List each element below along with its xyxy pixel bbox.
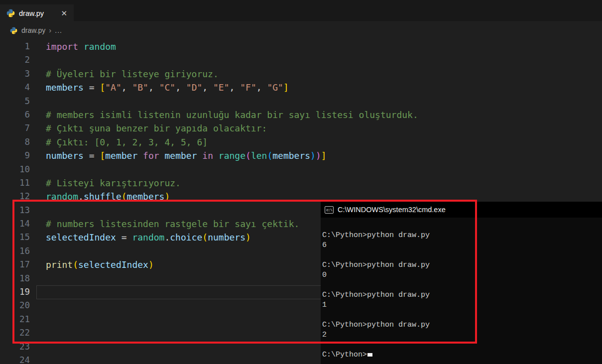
line-number[interactable]: 14 (0, 217, 30, 231)
line-number[interactable]: 23 (0, 340, 30, 354)
chevron-right-icon: › (49, 26, 51, 34)
line-number[interactable]: 3 (0, 67, 30, 81)
code-text (30, 354, 46, 364)
tab-bar: draw.py ✕ (0, 0, 602, 22)
terminal-cursor (367, 353, 372, 357)
line-number[interactable]: 5 (0, 95, 30, 108)
breadcrumb-symbol-ellipsis[interactable]: ... (55, 26, 62, 34)
breadcrumb: draw.py › ... (0, 22, 602, 38)
terminal-line: C:\Python> (322, 350, 602, 360)
code-text (30, 299, 46, 312)
terminal-line: C:\Python>python draw.py (322, 320, 602, 330)
code-text: random.shuffle(members) (30, 190, 170, 203)
code-line[interactable]: 6# members isimli listenin uzunluğu kada… (0, 108, 602, 121)
code-text (30, 313, 46, 326)
code-text (30, 204, 46, 217)
line-number[interactable]: 13 (0, 204, 30, 217)
line-number[interactable]: 10 (0, 163, 30, 176)
close-icon[interactable]: ✕ (59, 8, 69, 18)
line-number[interactable]: 7 (0, 121, 30, 135)
cmd-titlebar[interactable]: c:\ C:\WINDOWS\system32\cmd.exe (321, 202, 602, 218)
code-text: # Çıktı: [0, 1, 2, 3, 4, 5, 6] (30, 135, 208, 149)
terminal-line: C:\Python>python draw.py (322, 290, 602, 300)
line-number[interactable]: 17 (0, 258, 30, 271)
code-line[interactable]: 11# Listeyi karıştırıyoruz. (0, 176, 602, 190)
line-number[interactable]: 20 (0, 299, 30, 312)
code-text: # numbers listesinden rastgele bir sayı … (30, 217, 299, 231)
code-text: # Çıktı şuna benzer bir yapıda olacaktır… (30, 121, 267, 135)
tab-draw-py[interactable]: draw.py ✕ (0, 4, 74, 22)
code-text: import random (30, 40, 116, 53)
line-number[interactable]: 21 (0, 313, 30, 326)
tab-label: draw.py (19, 9, 44, 17)
cmd-title: C:\WINDOWS\system32\cmd.exe (338, 206, 446, 214)
cmd-window[interactable]: c:\ C:\WINDOWS\system32\cmd.exe C:\Pytho… (321, 202, 602, 364)
line-number[interactable]: 16 (0, 244, 30, 258)
line-number[interactable]: 6 (0, 108, 30, 121)
line-number[interactable]: 11 (0, 176, 30, 190)
cmd-icon: c:\ (325, 206, 334, 214)
code-text (30, 244, 46, 258)
code-text: numbers = [member for member in range(le… (30, 149, 327, 162)
code-line[interactable]: 9numbers = [member for member in range(l… (0, 149, 602, 162)
vscode-window: draw.py ✕ draw.py › ... 1import random23… (0, 0, 602, 364)
terminal-line (322, 221, 602, 231)
code-text (30, 272, 46, 285)
code-text: selectedIndex = random.choice(numbers) (30, 231, 251, 244)
terminal-line (322, 250, 602, 260)
line-number[interactable]: 24 (0, 354, 30, 364)
code-text: # Üyeleri bir listeye giriyoruz. (30, 67, 219, 81)
code-line[interactable]: 3# Üyeleri bir listeye giriyoruz. (0, 67, 602, 81)
code-text (30, 163, 46, 176)
terminal-line: 0 (322, 270, 602, 280)
code-line[interactable]: 5 (0, 95, 602, 108)
line-number[interactable]: 2 (0, 53, 30, 67)
line-number[interactable]: 18 (0, 272, 30, 285)
line-number[interactable]: 1 (0, 40, 30, 53)
code-text (30, 285, 46, 299)
code-line[interactable]: 8# Çıktı: [0, 1, 2, 3, 4, 5, 6] (0, 135, 602, 149)
terminal-line (322, 340, 602, 350)
code-line[interactable]: 10 (0, 163, 602, 176)
line-number[interactable]: 8 (0, 135, 30, 149)
code-text: members = ["A", "B", "C", "D", "E", "F",… (30, 81, 289, 94)
code-line[interactable]: 7# Çıktı şuna benzer bir yapıda olacaktı… (0, 121, 602, 135)
code-text: print(selectedIndex) (30, 258, 154, 271)
python-icon (6, 9, 15, 17)
code-text (30, 326, 46, 340)
breadcrumb-file[interactable]: draw.py (21, 26, 45, 34)
line-number[interactable]: 4 (0, 81, 30, 94)
terminal-line (322, 310, 602, 320)
cmd-output[interactable]: C:\Python>python draw.py6C:\Python>pytho… (321, 218, 602, 364)
python-icon (10, 27, 17, 34)
code-line[interactable]: 1import random (0, 40, 602, 53)
terminal-line (322, 280, 602, 290)
terminal-line: 1 (322, 300, 602, 310)
line-number[interactable]: 19 (0, 285, 30, 299)
code-text (30, 53, 46, 67)
line-number[interactable]: 22 (0, 326, 30, 340)
code-text (30, 340, 46, 354)
line-number[interactable]: 15 (0, 231, 30, 244)
line-number[interactable]: 12 (0, 190, 30, 203)
terminal-line: 2 (322, 330, 602, 340)
terminal-line: 6 (322, 241, 602, 250)
code-text (30, 95, 46, 108)
code-text: # members isimli listenin uzunluğu kadar… (30, 108, 418, 121)
line-number[interactable]: 9 (0, 149, 30, 162)
terminal-line: C:\Python>python draw.py (322, 260, 602, 270)
code-text: # Listeyi karıştırıyoruz. (30, 176, 181, 190)
terminal-line: C:\Python>python draw.py (322, 231, 602, 241)
code-line[interactable]: 2 (0, 53, 602, 67)
code-line[interactable]: 4members = ["A", "B", "C", "D", "E", "F"… (0, 81, 602, 94)
